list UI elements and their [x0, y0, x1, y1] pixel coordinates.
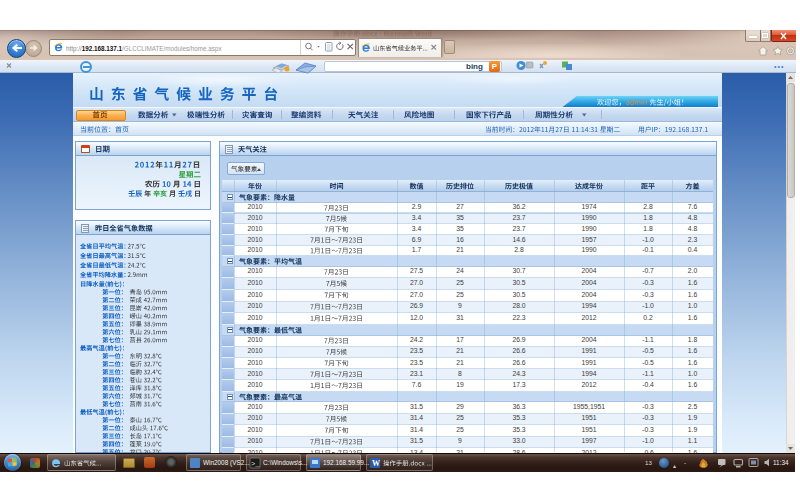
svg-text:>_: >_: [251, 459, 260, 467]
svg-text:W: W: [372, 459, 380, 468]
